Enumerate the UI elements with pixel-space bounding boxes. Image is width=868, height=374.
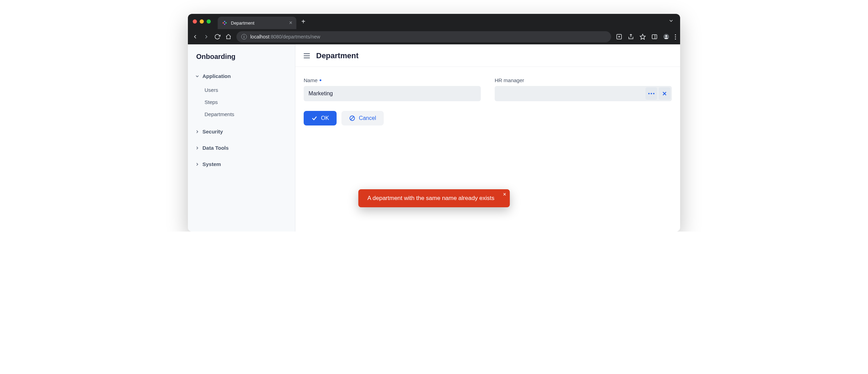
forward-button[interactable] xyxy=(203,34,209,40)
home-button[interactable] xyxy=(225,34,232,40)
sidebar-item-departments[interactable]: Departments xyxy=(203,108,289,120)
nav-group-security: Security xyxy=(194,127,289,137)
browser-menu-button[interactable] xyxy=(675,34,676,40)
sidebar-item-steps[interactable]: Steps xyxy=(203,96,289,108)
tab-title: Department xyxy=(231,20,254,26)
required-indicator-icon xyxy=(320,79,321,81)
nav-group-label: System xyxy=(202,161,221,167)
url-text: localhost:8080/departments/new xyxy=(250,34,320,40)
nav-group-data-tools: Data Tools xyxy=(194,143,289,153)
cancel-button-label: Cancel xyxy=(359,115,376,121)
chevron-down-icon xyxy=(195,74,200,79)
chevron-right-icon xyxy=(195,162,200,167)
ok-button-label: OK xyxy=(321,115,329,121)
ellipsis-icon xyxy=(648,93,654,94)
profile-avatar-icon[interactable] xyxy=(663,34,669,40)
browser-chrome: Department × + i xyxy=(188,14,680,44)
reload-button[interactable] xyxy=(214,34,220,40)
page-title: Department xyxy=(316,51,358,60)
browser-window: Department × + i xyxy=(188,14,680,232)
button-row: OK Cancel xyxy=(304,111,672,125)
bookmark-star-icon[interactable] xyxy=(640,34,646,40)
sidebar-item-users[interactable]: Users xyxy=(203,84,289,96)
svg-line-13 xyxy=(351,117,354,120)
picker-lookup-button[interactable] xyxy=(645,87,657,100)
form-area: Name HR manager xyxy=(295,67,680,136)
main-panel: Department Name HR manager xyxy=(295,44,680,232)
chevron-right-icon xyxy=(195,129,200,134)
form-row: Name HR manager xyxy=(304,77,672,101)
tab-close-button[interactable]: × xyxy=(289,20,292,26)
window-controls xyxy=(193,19,211,24)
nav-sublist-application: Users Steps Departments xyxy=(194,81,289,120)
toast-close-button[interactable]: × xyxy=(503,191,506,198)
error-toast: A department with the same name already … xyxy=(358,189,510,207)
svg-point-3 xyxy=(223,22,224,24)
field-name: Name xyxy=(304,77,481,101)
browser-toolbar: i localhost:8080/departments/new xyxy=(188,29,680,44)
nav-group-label: Security xyxy=(202,129,223,134)
window-maximize-button[interactable] xyxy=(207,19,211,24)
svg-point-0 xyxy=(224,21,225,22)
name-input[interactable] xyxy=(304,86,481,101)
svg-point-1 xyxy=(225,22,227,24)
nav-group-system: System xyxy=(194,159,289,169)
site-info-icon[interactable]: i xyxy=(241,34,247,40)
svg-point-2 xyxy=(224,24,225,25)
nav-group-header-application[interactable]: Application xyxy=(194,71,289,81)
svg-marker-5 xyxy=(640,34,645,40)
picker-clear-button[interactable] xyxy=(659,87,670,100)
tab-bar: Department × + xyxy=(188,14,680,29)
label-text: Name xyxy=(304,77,318,83)
hamburger-menu-button[interactable] xyxy=(304,53,310,58)
tabs-dropdown-button[interactable] xyxy=(668,18,674,25)
window-close-button[interactable] xyxy=(193,19,197,24)
check-icon xyxy=(311,115,318,121)
share-icon[interactable] xyxy=(628,34,634,40)
cancel-icon xyxy=(349,115,355,121)
nav-group-header-security[interactable]: Security xyxy=(194,127,289,137)
cancel-button[interactable]: Cancel xyxy=(341,111,384,125)
field-name-label: Name xyxy=(304,77,481,83)
toast-message: A department with the same name already … xyxy=(367,195,495,201)
nav-group-header-system[interactable]: System xyxy=(194,159,289,169)
ok-button[interactable]: OK xyxy=(304,111,337,125)
svg-point-9 xyxy=(665,35,667,37)
browser-tab[interactable]: Department × xyxy=(218,17,296,29)
chevron-right-icon xyxy=(195,146,200,150)
sidebar: Onboarding Application Users Steps Depar… xyxy=(188,44,295,232)
tab-favicon-icon xyxy=(222,20,227,26)
app-content: Onboarding Application Users Steps Depar… xyxy=(188,44,680,232)
url-path: :8080/departments/new xyxy=(269,34,320,40)
window-minimize-button[interactable] xyxy=(200,19,204,24)
field-hr-manager-label: HR manager xyxy=(495,77,672,83)
nav-group-header-data-tools[interactable]: Data Tools xyxy=(194,143,289,153)
main-header: Department xyxy=(295,44,680,67)
close-icon xyxy=(661,90,668,97)
install-app-icon[interactable] xyxy=(616,34,622,40)
url-host: localhost xyxy=(250,34,269,40)
app-title: Onboarding xyxy=(194,53,289,61)
nav-group-application: Application Users Steps Departments xyxy=(194,71,289,120)
side-panel-icon[interactable] xyxy=(651,34,658,40)
nav-group-label: Data Tools xyxy=(202,145,229,151)
picker-actions xyxy=(645,87,672,100)
nav-group-label: Application xyxy=(202,73,231,79)
svg-rect-6 xyxy=(652,35,657,39)
toolbar-actions xyxy=(616,34,676,40)
hr-manager-picker[interactable] xyxy=(495,86,672,101)
field-hr-manager: HR manager xyxy=(495,77,672,101)
address-bar[interactable]: i localhost:8080/departments/new xyxy=(236,31,611,42)
back-button[interactable] xyxy=(192,34,198,40)
new-tab-button[interactable]: + xyxy=(301,18,305,26)
label-text: HR manager xyxy=(495,77,524,83)
